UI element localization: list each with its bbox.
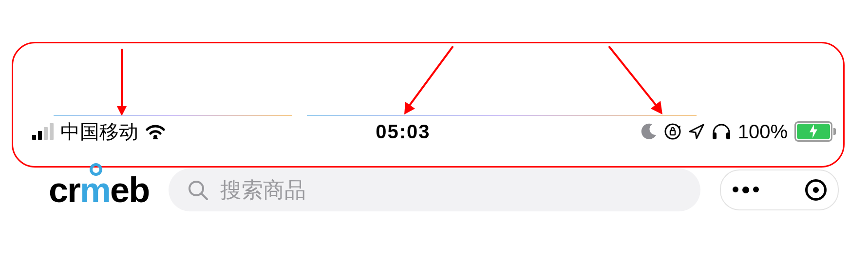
status-left: 中国移动 xyxy=(32,118,166,145)
target-icon[interactable] xyxy=(805,179,827,201)
clock: 05:03 xyxy=(166,121,641,143)
svg-rect-9 xyxy=(713,132,717,139)
svg-marker-1 xyxy=(117,106,127,116)
rotation-lock-icon xyxy=(664,123,681,140)
app-header: crmeb 搜索商品 xyxy=(49,166,839,214)
logo: crmeb xyxy=(49,170,149,210)
svg-point-7 xyxy=(665,124,680,139)
divider xyxy=(782,179,782,201)
svg-line-4 xyxy=(609,46,658,107)
status-right: 100% xyxy=(641,121,836,143)
moon-icon xyxy=(641,123,657,140)
headphones-icon xyxy=(712,123,731,140)
svg-line-12 xyxy=(202,194,207,199)
svg-line-2 xyxy=(408,46,453,107)
wifi-icon xyxy=(145,124,166,139)
arrow-icon xyxy=(112,49,132,117)
search-input[interactable]: 搜索商品 xyxy=(169,169,700,211)
annotation-box xyxy=(12,42,845,168)
location-icon xyxy=(688,123,705,140)
status-bar: 中国移动 05:03 xyxy=(32,118,836,145)
svg-point-6 xyxy=(153,135,157,139)
svg-rect-10 xyxy=(726,132,730,139)
battery-percent: 100% xyxy=(738,121,788,143)
logo-part: cr xyxy=(49,170,80,210)
svg-rect-8 xyxy=(670,131,675,135)
arrow-icon xyxy=(399,46,458,119)
arrow-icon xyxy=(604,46,667,119)
svg-marker-3 xyxy=(404,102,415,114)
menu-dots-icon[interactable] xyxy=(733,187,759,193)
svg-marker-5 xyxy=(651,101,662,114)
battery-charging-icon xyxy=(794,121,836,142)
search-placeholder: 搜索商品 xyxy=(220,176,306,205)
logo-part: eb xyxy=(110,170,149,210)
search-icon xyxy=(187,179,208,201)
decorative-line xyxy=(54,115,292,116)
signal-icon xyxy=(32,123,54,140)
decorative-line xyxy=(307,115,697,116)
carrier-label: 中国移动 xyxy=(60,118,138,145)
miniprogram-capsule xyxy=(720,169,839,210)
logo-part: m xyxy=(80,170,110,210)
